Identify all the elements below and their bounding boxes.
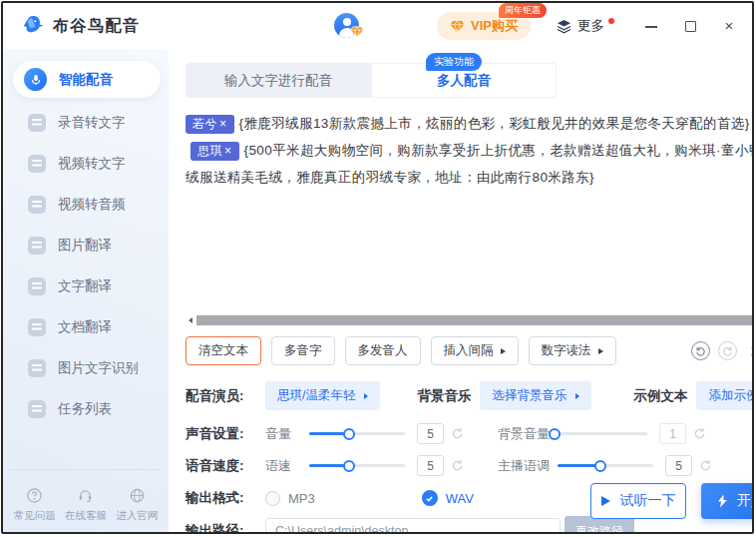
undo-button[interactable] bbox=[691, 341, 710, 360]
multi-speaker-button[interactable]: 多发音人 bbox=[345, 336, 421, 365]
preview-button[interactable]: 试听一下 bbox=[590, 483, 686, 519]
tone-slider[interactable] bbox=[558, 464, 653, 468]
image-ocr-icon bbox=[28, 359, 46, 377]
close-button[interactable]: × bbox=[722, 19, 736, 33]
sample-text-select[interactable]: 添加示例文本 bbox=[696, 381, 754, 410]
speaker-tag[interactable]: 思琪 bbox=[190, 142, 239, 161]
remove-speaker-icon[interactable] bbox=[224, 144, 232, 158]
speaker-tag[interactable]: 若兮 bbox=[186, 115, 234, 134]
start-convert-button[interactable]: 开始转换 bbox=[701, 483, 754, 519]
reset-icon[interactable] bbox=[451, 459, 464, 472]
bg-volume-value: 1 bbox=[659, 423, 686, 444]
official-site-label: 进入官网 bbox=[116, 509, 158, 523]
title-bar: 布谷鸟配音 VIP购买 周年钜惠 更多 bbox=[3, 3, 752, 49]
bg-volume-slider[interactable] bbox=[552, 432, 647, 436]
vip-purchase-button[interactable]: VIP购买 周年钜惠 bbox=[437, 12, 531, 40]
sidebar-item-label: 录音转文字 bbox=[58, 114, 126, 132]
voice-actor-value: 思琪/温柔年轻 bbox=[277, 387, 355, 404]
maximize-button[interactable] bbox=[683, 19, 697, 33]
faq-button[interactable]: 常见问题 bbox=[14, 487, 56, 523]
sidebar-item-smart-dubbing[interactable]: 智能配音 bbox=[13, 61, 161, 98]
reset-icon[interactable] bbox=[451, 427, 464, 440]
more-menu-button[interactable]: 更多 bbox=[557, 17, 614, 35]
volume-slider[interactable] bbox=[309, 432, 405, 436]
sidebar-item-text-translate[interactable]: 文字翻译 bbox=[3, 266, 169, 306]
slider-knob[interactable] bbox=[594, 460, 606, 472]
text-translate-icon bbox=[28, 277, 46, 295]
bird-logo-icon bbox=[19, 13, 45, 39]
official-site-button[interactable]: 进入官网 bbox=[116, 487, 158, 523]
sidebar-item-audio-to-text[interactable]: 录音转文字 bbox=[3, 102, 169, 143]
sidebar-item-label: 文字翻译 bbox=[58, 277, 112, 295]
vip-gem-icon bbox=[350, 24, 364, 42]
sidebar-item-video-to-audio[interactable]: 视频转音频 bbox=[3, 184, 169, 225]
check-icon bbox=[425, 494, 434, 503]
tab-text-dubbing[interactable]: 输入文字进行配音 bbox=[186, 63, 371, 98]
reset-icon[interactable] bbox=[693, 427, 706, 440]
bgm-value: 选择背景音乐 bbox=[492, 387, 567, 404]
window-controls: × bbox=[644, 19, 736, 33]
headset-icon bbox=[77, 487, 94, 504]
anniversary-badge: 周年钜惠 bbox=[499, 3, 547, 18]
scroll-left-icon[interactable] bbox=[186, 314, 196, 325]
more-label: 更多 bbox=[577, 17, 604, 35]
slider-knob[interactable] bbox=[549, 428, 561, 440]
sidebar-item-task-list[interactable]: 任务列表 bbox=[3, 388, 169, 429]
insert-pause-button[interactable]: 插入间隔 bbox=[431, 336, 519, 365]
lightning-icon bbox=[716, 494, 729, 508]
sidebar-item-image-ocr[interactable]: 图片文字识别 bbox=[3, 347, 169, 388]
video-to-text-icon bbox=[28, 155, 46, 173]
notification-dot bbox=[608, 18, 614, 24]
sidebar-item-image-translate[interactable]: 图片翻译 bbox=[3, 225, 169, 266]
app-title: 布谷鸟配音 bbox=[53, 16, 141, 37]
slider-knob[interactable] bbox=[343, 460, 355, 472]
editor-toolbar: 清空文本 多音字 多发音人 插入间隔 数字读法 bbox=[186, 336, 754, 365]
bgm-select[interactable]: 选择背景音乐 bbox=[480, 381, 591, 410]
question-circle-icon bbox=[26, 487, 43, 504]
caret-right-icon bbox=[501, 348, 506, 354]
editor-text-segment: {雅鹿羽绒服13新款震撼上市，炫丽的色彩，彩虹般见井的效果是您冬天穿配的首选}， bbox=[239, 116, 754, 131]
wav-radio[interactable] bbox=[422, 490, 438, 506]
scrollbar-track[interactable] bbox=[196, 314, 754, 325]
insert-pause-label: 插入间隔 bbox=[444, 342, 494, 359]
speed-label: 语速 bbox=[265, 457, 301, 475]
speed-slider[interactable] bbox=[309, 464, 405, 468]
experimental-feature-badge: 实验功能 bbox=[426, 53, 482, 71]
remove-speaker-icon[interactable] bbox=[219, 117, 227, 131]
slider-knob[interactable] bbox=[343, 428, 355, 440]
reset-icon[interactable] bbox=[699, 459, 712, 472]
speech-speed-row: 语音速度: 语速 5 主播语调 5 bbox=[186, 455, 754, 476]
online-support-button[interactable]: 在线客服 bbox=[65, 487, 107, 523]
toolbar-right: 110 / 2000 bbox=[691, 341, 754, 360]
sidebar-item-label: 图片翻译 bbox=[58, 237, 112, 255]
caret-right-icon bbox=[575, 393, 579, 399]
faq-label: 常见问题 bbox=[14, 509, 56, 523]
sidebar-divider bbox=[11, 469, 161, 470]
sidebar-item-video-to-text[interactable]: 视频转文字 bbox=[3, 143, 169, 184]
number-reading-button[interactable]: 数字读法 bbox=[529, 336, 616, 365]
horizontal-scrollbar[interactable] bbox=[186, 313, 754, 326]
voice-actor-select[interactable]: 思琪/温柔年轻 bbox=[265, 381, 380, 410]
speaker-tag-label: 思琪 bbox=[197, 144, 222, 158]
user-avatar[interactable] bbox=[334, 13, 360, 39]
clear-text-button[interactable]: 清空文本 bbox=[186, 336, 261, 365]
speaker-tag-label: 若兮 bbox=[192, 117, 217, 131]
sample-text-label: 示例文本 bbox=[633, 387, 687, 405]
sound-settings-row: 声音设置: 音量 5 背景音量 1 bbox=[186, 423, 754, 444]
output-format-label: 输出格式: bbox=[186, 489, 265, 507]
sidebar-item-doc-translate[interactable]: 文档翻译 bbox=[3, 306, 169, 347]
tone-value: 5 bbox=[665, 455, 692, 476]
char-counter: 110 / 2000 bbox=[750, 344, 754, 358]
minimize-button[interactable] bbox=[644, 19, 658, 33]
output-path-label: 输出路径: bbox=[186, 522, 265, 534]
redo-button[interactable] bbox=[718, 341, 737, 360]
output-path-input[interactable] bbox=[265, 518, 561, 535]
scrollbar-thumb[interactable] bbox=[196, 315, 754, 325]
mp3-radio[interactable] bbox=[265, 491, 280, 506]
sidebar-item-label: 智能配音 bbox=[59, 71, 113, 89]
tab-bar: 输入文字进行配音 多人配音 实验功能 bbox=[186, 63, 557, 98]
dubbing-text-editor[interactable]: 若兮{雅鹿羽绒服13新款震撼上市，炫丽的色彩，彩虹般见井的效果是您冬天穿配的首选… bbox=[186, 110, 754, 312]
video-to-audio-icon bbox=[28, 196, 46, 214]
polyphonic-button[interactable]: 多音字 bbox=[271, 336, 335, 365]
play-icon bbox=[601, 496, 610, 506]
